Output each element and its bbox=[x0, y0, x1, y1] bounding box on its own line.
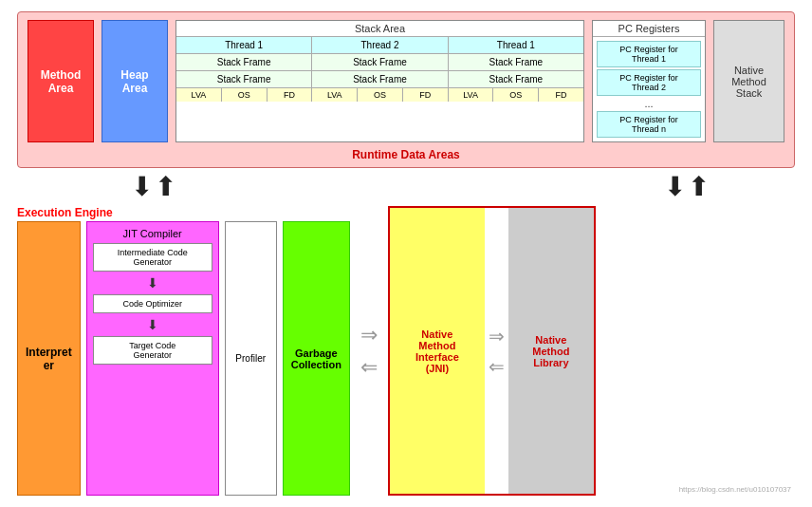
between-native-arrows: ⇒ ⇐ bbox=[485, 208, 508, 494]
stack-area-label: Stack Area bbox=[176, 21, 583, 37]
jit-box-2: Code Optimizer bbox=[93, 294, 212, 313]
method-area: Method Area bbox=[28, 20, 94, 142]
sf-2-1: Stack Frame bbox=[176, 71, 312, 87]
jit-arrow-1: ⬇ bbox=[147, 275, 158, 291]
jit-arrow-2: ⬇ bbox=[147, 317, 158, 332]
right-arrow-icon-2: ⇒ bbox=[489, 325, 505, 347]
lva-group-2: LVA OS FD bbox=[312, 88, 448, 102]
os-1: OS bbox=[222, 88, 268, 102]
execution-engine-label: Execution Engine bbox=[17, 206, 350, 219]
lva-3: LVA bbox=[449, 88, 494, 102]
sf-1-1: Stack Frame bbox=[176, 54, 312, 70]
jit-box-1: Intermediate CodeGenerator bbox=[93, 243, 212, 272]
pc-registers: PC Registers PC Register forThread 1 PC … bbox=[592, 20, 706, 142]
up-arrow-right: ⬆ bbox=[688, 174, 710, 200]
lva-group-1: LVA OS FD bbox=[176, 88, 312, 102]
lva-1: LVA bbox=[176, 88, 222, 102]
os-2: OS bbox=[358, 88, 403, 102]
lva-2: LVA bbox=[312, 88, 358, 102]
profiler: Profiler bbox=[225, 221, 277, 496]
fd-3: FD bbox=[539, 88, 583, 102]
stack-frame-row-2: Stack Frame Stack Frame Stack Frame bbox=[176, 71, 583, 88]
os-3: OS bbox=[493, 88, 539, 102]
runtime-data-areas: Method Area Heap Area Stack Area Thread … bbox=[17, 11, 795, 168]
sf-1-3: Stack Frame bbox=[449, 54, 583, 70]
pc-reg-n: PC Register forThread n bbox=[597, 111, 701, 138]
execution-engine: Execution Engine Interpret er JIT Compil… bbox=[17, 206, 350, 496]
sf-1-2: Stack Frame bbox=[312, 54, 448, 70]
right-arrows: ⬇ ⬆ bbox=[664, 170, 710, 204]
stack-frame-row-1: Stack Frame Stack Frame Stack Frame bbox=[176, 54, 583, 71]
heap-area: Heap Area bbox=[102, 20, 168, 142]
down-arrow-left: ⬇ bbox=[131, 174, 153, 200]
jit-boxes: Intermediate CodeGenerator ⬇ Code Optimi… bbox=[93, 243, 212, 365]
thread-1: Thread 1 bbox=[176, 37, 312, 53]
garbage-collection: Garbage Collection bbox=[283, 221, 350, 496]
bottom-section: Execution Engine Interpret er JIT Compil… bbox=[17, 206, 795, 496]
native-method-stack-top: NativeMethodStack bbox=[713, 20, 784, 142]
fd-1: FD bbox=[268, 88, 312, 102]
left-arrows: ⬇ ⬆ bbox=[131, 170, 176, 204]
execution-engine-content: Interpret er JIT Compiler Intermediate C… bbox=[17, 221, 350, 496]
down-arrow-right: ⬇ bbox=[664, 174, 686, 200]
pc-reg-dots: ... bbox=[597, 98, 701, 109]
thread-3: Thread 1 bbox=[449, 37, 583, 53]
pc-reg-1: PC Register forThread 1 bbox=[597, 41, 701, 67]
interpreter: Interpret er bbox=[17, 221, 81, 496]
sf-2-2: Stack Frame bbox=[312, 71, 448, 87]
native-method-library: NativeMethodLibrary bbox=[508, 208, 594, 494]
fd-2: FD bbox=[403, 88, 448, 102]
thread-2: Thread 2 bbox=[312, 37, 448, 53]
jit-label: JIT Compiler bbox=[93, 228, 212, 239]
lva-row: LVA OS FD LVA OS FD LVA OS FD bbox=[176, 88, 583, 102]
watermark: https://blog.csdn.net/u010107037 bbox=[679, 485, 791, 494]
left-arrow-icon-2: ⇐ bbox=[489, 355, 505, 378]
right-arrow-icon: ⇒ bbox=[360, 323, 378, 347]
jit-compiler: JIT Compiler Intermediate CodeGenerator … bbox=[86, 221, 219, 496]
left-arrow-icon: ⇐ bbox=[360, 355, 378, 380]
runtime-label: Runtime Data Areas bbox=[28, 148, 784, 161]
stack-area: Stack Area Thread 1 Thread 2 Thread 1 St… bbox=[175, 20, 584, 142]
gc-native-arrows: ⇒ ⇐ bbox=[360, 206, 378, 496]
lva-group-3: LVA OS FD bbox=[449, 88, 583, 102]
sf-2-3: Stack Frame bbox=[449, 71, 583, 87]
native-method-interface: NativeMethodInterface(JNI) bbox=[390, 208, 485, 494]
pc-reg-2: PC Register forThread 2 bbox=[597, 69, 701, 96]
stack-threads-row: Thread 1 Thread 2 Thread 1 bbox=[176, 37, 583, 54]
jit-box-3: Target CodeGenerator bbox=[93, 336, 212, 365]
native-interface-wrapper: NativeMethodInterface(JNI) ⇒ ⇐ NativeMet… bbox=[388, 206, 596, 496]
arrows-row: ⬇ ⬆ ⬇ ⬆ bbox=[17, 168, 795, 206]
up-arrow-left: ⬆ bbox=[155, 174, 176, 200]
pc-registers-label: PC Registers bbox=[593, 21, 705, 37]
